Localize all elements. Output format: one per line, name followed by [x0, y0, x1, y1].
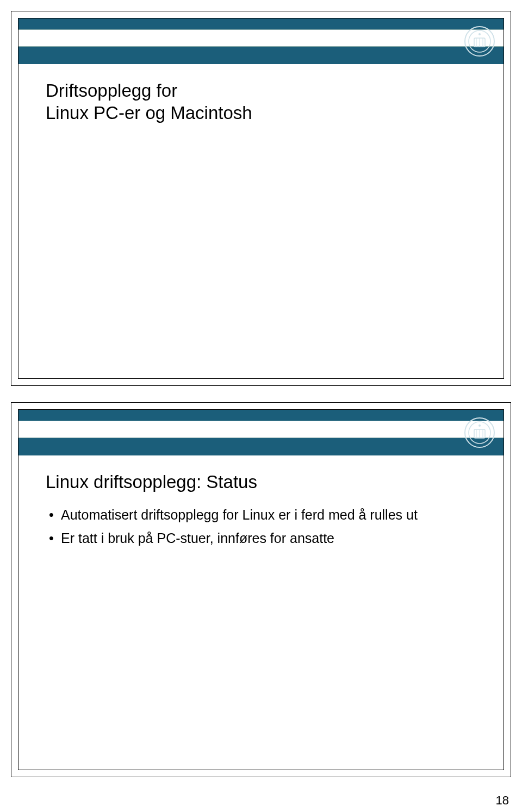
university-seal-icon	[464, 417, 495, 448]
slide: Linux driftsopplegg: Status Automatisert…	[11, 402, 511, 777]
list-item: Er tatt i bruk på PC-stuer, innføres for…	[46, 529, 470, 547]
header-strip	[18, 29, 504, 47]
slide-content: Driftsopplegg forLinux PC-er og Macintos…	[18, 64, 504, 148]
svg-point-2	[478, 33, 481, 35]
slide-header	[18, 410, 504, 455]
list-item: Automatisert driftsopplegg for Linux er …	[46, 506, 470, 524]
slide-content: Linux driftsopplegg: Status Automatisert…	[18, 455, 504, 563]
slide-inner: Linux driftsopplegg: Status Automatisert…	[18, 409, 504, 770]
slide-header	[18, 18, 504, 64]
slide: Driftsopplegg forLinux PC-er og Macintos…	[11, 11, 511, 386]
svg-point-9	[478, 424, 481, 427]
bullet-list: Automatisert driftsopplegg for Linux er …	[46, 506, 476, 547]
university-seal-icon	[464, 26, 495, 57]
slide-title: Driftsopplegg forLinux PC-er og Macintos…	[46, 79, 476, 124]
slide-title: Linux driftsopplegg: Status	[46, 471, 476, 493]
header-strip	[18, 421, 504, 438]
page-number: 18	[11, 794, 511, 808]
slide-inner: Driftsopplegg forLinux PC-er og Macintos…	[18, 18, 504, 379]
